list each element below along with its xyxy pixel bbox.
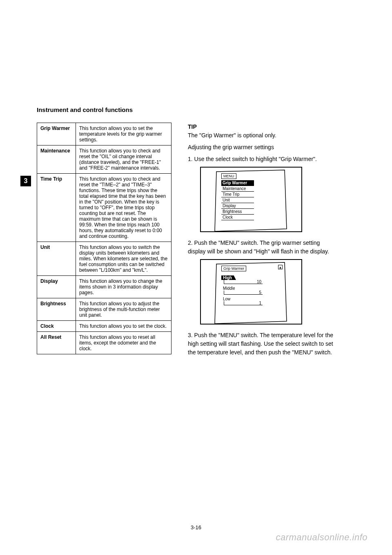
setting-desc: This function allows you to switch the d… xyxy=(76,242,172,276)
menu-item: Maintenance xyxy=(221,186,254,192)
tip-text: The "Grip Warmer" is optional only. xyxy=(188,132,276,139)
up-arrow-icon: ▲ xyxy=(278,265,283,269)
setting-desc: This function allows you to set the cloc… xyxy=(76,321,172,332)
setting-desc: This function allows you to check and re… xyxy=(76,174,172,242)
section-number: 3 xyxy=(24,177,28,185)
setting-name: Clock xyxy=(37,321,76,332)
setting-desc: This function allows you to adjust the b… xyxy=(76,298,172,321)
menu-item: Brightness xyxy=(221,209,254,215)
grip-figure: Grip Warmer ▲ High10Middle5Low1 xyxy=(200,259,302,324)
grip-level: Low1 xyxy=(221,296,283,305)
table-row: Time TripThis function allows you to che… xyxy=(37,174,172,242)
grip-level-name: Low xyxy=(221,297,232,301)
setting-name: All Reset xyxy=(37,332,76,354)
menu-figure: MENU Grip WarmerMaintenanceTime TripUnit… xyxy=(200,167,302,232)
step-1: 1. Use the select switch to highlight "G… xyxy=(188,155,335,163)
setting-name: Display xyxy=(37,276,76,298)
section-tab: 3 xyxy=(20,176,31,186)
grip-level-value: 1 xyxy=(224,301,263,305)
grip-level: High10 xyxy=(221,275,283,284)
grip-level: Middle5 xyxy=(221,286,283,295)
menu-item: Clock xyxy=(221,215,254,220)
menu-item: Display xyxy=(221,203,254,209)
setting-name: Brightness xyxy=(37,298,76,321)
setting-name: Maintenance xyxy=(37,145,76,174)
left-column: 3 Grip WarmerThis function allows you to… xyxy=(37,123,172,360)
menu-item: Unit xyxy=(221,197,254,203)
tip-label: TIP xyxy=(188,123,197,130)
page-number: 3-16 xyxy=(0,524,392,530)
grip-level-name: High xyxy=(221,275,234,280)
menu-lcd: MENU Grip WarmerMaintenanceTime TripUnit… xyxy=(221,172,283,220)
setting-desc: This function allows you to change the i… xyxy=(76,276,172,298)
setting-desc: This function allows you to reset all it… xyxy=(76,332,172,354)
page-content: 3 Grip WarmerThis function allows you to… xyxy=(0,0,392,385)
para-adjust-title: Adjusting the grip warmer settings xyxy=(188,143,335,152)
settings-table: Grip WarmerThis function allows you to s… xyxy=(37,123,172,354)
table-row: MaintenanceThis function allows you to c… xyxy=(37,145,172,174)
step-3: 3. Push the "MENU" switch. The temperatu… xyxy=(188,331,335,357)
menu-title-label: MENU xyxy=(221,173,236,179)
grip-level-name: Middle xyxy=(221,286,236,291)
table-row: All ResetThis function allows you to res… xyxy=(37,332,172,354)
grip-title-label: Grip Warmer xyxy=(221,266,246,271)
table-row: Grip WarmerThis function allows you to s… xyxy=(37,123,172,145)
grip-level-value: 5 xyxy=(224,291,263,295)
table-row: BrightnessThis function allows you to ad… xyxy=(37,298,172,321)
setting-name: Time Trip xyxy=(37,174,76,242)
setting-name: Unit xyxy=(37,242,76,276)
setting-desc: This function allows you to set the temp… xyxy=(76,123,172,145)
watermark: carmanualsonline.info xyxy=(276,532,368,543)
menu-item: Time Trip xyxy=(221,192,254,197)
menu-item: Grip Warmer xyxy=(221,180,254,186)
setting-name: Grip Warmer xyxy=(37,123,76,145)
table-row: ClockThis function allows you to set the… xyxy=(37,321,172,332)
header-title: Instrument and control functions xyxy=(37,106,133,113)
tip-block: TIP The "Grip Warmer" is optional only. xyxy=(188,123,335,140)
right-column: TIP The "Grip Warmer" is optional only. … xyxy=(188,123,335,360)
setting-desc: This function allows you to check and re… xyxy=(76,145,172,174)
grip-lcd: Grip Warmer ▲ High10Middle5Low1 xyxy=(221,265,283,305)
table-row: DisplayThis function allows you to chang… xyxy=(37,276,172,298)
table-row: UnitThis function allows you to switch t… xyxy=(37,242,172,276)
step-2: 2. Push the "MENU" switch. The grip warm… xyxy=(188,239,335,256)
grip-level-value: 10 xyxy=(224,280,263,284)
page-header: Instrument and control functions xyxy=(37,106,355,113)
